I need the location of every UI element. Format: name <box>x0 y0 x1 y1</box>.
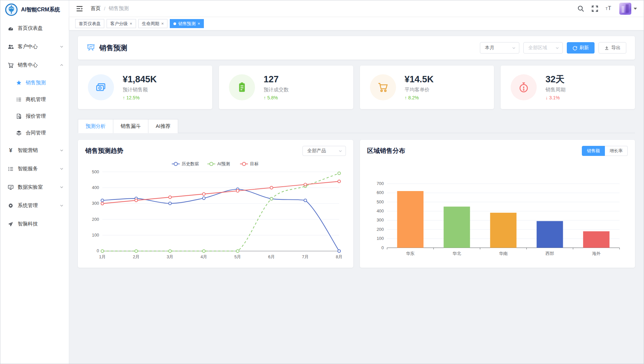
user-menu[interactable] <box>619 3 637 15</box>
quote-document-icon <box>16 113 22 119</box>
sidebar-item-smart-brain[interactable]: 智脑科技 <box>0 215 69 233</box>
svg-text:华北: 华北 <box>453 251 461 256</box>
svg-text:T: T <box>606 7 608 11</box>
stat-value: 32天 <box>545 74 565 85</box>
content-tabs: 预测分析 销售漏斗 AI推荐 <box>78 119 635 133</box>
tab-forecast-analysis[interactable]: 预测分析 <box>78 119 113 133</box>
svg-text:5月: 5月 <box>234 254 241 259</box>
tab-sales-funnel[interactable]: 销售漏斗 <box>113 119 148 133</box>
topbar: 首页 / 销售预测 TT <box>69 0 644 17</box>
refresh-icon <box>572 46 577 51</box>
layers-icon <box>16 130 22 136</box>
stat-delta: ↑ 12.5% <box>123 95 157 100</box>
stat-value: ¥1,845K <box>123 74 157 85</box>
svg-text:400: 400 <box>376 208 383 213</box>
list-icon <box>16 96 22 102</box>
app-title: AI智能CRM系统 <box>21 6 60 13</box>
region-metric-toggle: 销售额 增长率 <box>582 146 628 156</box>
stat-delta: ↓ 3.1% <box>545 95 565 100</box>
collapse-sidebar-icon[interactable] <box>76 5 83 12</box>
chevron-down-icon <box>512 46 516 50</box>
sidebar: AI智能CRM系统 首页仪表盘 客户中心 销售中心 销售预测 <box>0 0 69 364</box>
chevron-down-icon <box>60 149 63 152</box>
sidebar-item-contract-mgmt[interactable]: 合同管理 <box>0 124 69 141</box>
stat-label: 销售周期 <box>545 87 565 93</box>
toggle-sales-amount[interactable]: 销售额 <box>582 146 605 156</box>
avatar[interactable] <box>619 3 631 15</box>
sidebar-item-smart-service[interactable]: 智能服务 <box>0 160 69 178</box>
close-icon[interactable]: × <box>130 21 132 26</box>
svg-text:海外: 海外 <box>592 251 601 256</box>
svg-text:600: 600 <box>376 190 383 195</box>
export-button[interactable]: 导出 <box>599 42 626 54</box>
svg-text:8月: 8月 <box>336 254 343 259</box>
svg-text:4月: 4月 <box>201 254 207 259</box>
svg-text:2月: 2月 <box>133 254 140 259</box>
dashboard-icon <box>8 25 14 31</box>
sidebar-item-data-lab[interactable]: 数据实验室 <box>0 178 69 196</box>
svg-text:200: 200 <box>92 217 99 222</box>
sidebar-item-customer-center[interactable]: 客户中心 <box>0 37 69 56</box>
stat-label: 预计成交数 <box>264 87 289 93</box>
svg-text:1月: 1月 <box>99 254 106 259</box>
svg-text:300: 300 <box>376 217 383 222</box>
chevron-down-icon <box>60 45 63 49</box>
trend-chart-title: 销售预测趋势 <box>85 147 123 155</box>
presentation-chart-icon <box>87 43 95 52</box>
sidebar-item-opportunity-mgmt[interactable]: 商机管理 <box>0 91 69 108</box>
stat-label: 预计销售额 <box>123 87 157 93</box>
breadcrumb: 首页 / 销售预测 <box>91 5 129 12</box>
cart-icon <box>8 62 14 68</box>
close-icon[interactable]: × <box>161 21 164 26</box>
chevron-down-icon <box>339 149 342 153</box>
stat-value: 127 <box>264 74 289 85</box>
app-logo-row: AI智能CRM系统 <box>0 0 69 19</box>
stats-row: ¥1,845K 预计销售额 ↑ 12.5% 127 预计成交数 ↑ 5.8% <box>78 66 635 109</box>
sidebar-item-quote-mgmt[interactable]: 报价管理 <box>0 108 69 124</box>
gear-icon <box>8 203 14 209</box>
page-content: 销售预测 本月 全部区域 <box>69 30 644 364</box>
stat-card-avg-order: ¥14.5K 平均客单价 ↑ 8.2% <box>360 66 494 109</box>
tag-lifecycle[interactable]: 生命周期 × <box>138 19 168 28</box>
star-icon <box>16 80 22 86</box>
sales-forecast-line-chart: 01002003004005001月2月3月4月5月6月7月8月历史数据AI预测… <box>85 157 346 268</box>
font-size-icon[interactable]: TT <box>605 5 613 12</box>
svg-text:AI预测: AI预测 <box>217 161 230 166</box>
caret-down-icon <box>634 8 637 10</box>
toggle-growth-rate[interactable]: 增长率 <box>605 146 628 156</box>
breadcrumb-home[interactable]: 首页 <box>91 5 101 12</box>
fullscreen-icon[interactable] <box>591 5 599 12</box>
sidebar-item-system-mgmt[interactable]: 系统管理 <box>0 196 69 215</box>
svg-text:华东: 华东 <box>406 251 414 256</box>
refresh-button[interactable]: 刷新 <box>567 42 595 54</box>
tag-customer-grading[interactable]: 客户分级 × <box>107 19 136 28</box>
chevron-down-icon <box>60 204 63 207</box>
sidebar-item-sales-forecast[interactable]: 销售预测 <box>0 74 69 91</box>
sidebar-item-sales-center[interactable]: 销售中心 <box>0 56 69 74</box>
tab-ai-recommend[interactable]: AI推荐 <box>148 119 178 133</box>
stat-value: ¥14.5K <box>405 74 434 85</box>
svg-text:6月: 6月 <box>268 254 275 259</box>
sidebar-item-dashboard[interactable]: 首页仪表盘 <box>0 19 69 37</box>
money-icon <box>88 74 114 100</box>
trend-chart-card: 销售预测趋势 全部产品 01002003004005001月2月3月4月5月6月… <box>78 140 353 268</box>
tag-sales-forecast[interactable]: 销售预测 × <box>170 19 204 28</box>
tag-dashboard[interactable]: 首页仪表盘 <box>75 19 104 28</box>
svg-text:3月: 3月 <box>167 254 173 259</box>
search-icon[interactable] <box>577 5 585 12</box>
stopwatch-icon <box>511 74 537 100</box>
close-icon[interactable]: × <box>198 21 200 26</box>
svg-text:历史数据: 历史数据 <box>182 161 199 166</box>
sidebar-item-smart-marketing[interactable]: ¥ 智能营销 <box>0 141 69 160</box>
product-select[interactable]: 全部产品 <box>302 146 346 156</box>
monitor-icon <box>8 184 14 190</box>
active-tag-dot <box>173 22 176 25</box>
breadcrumb-current: 销售预测 <box>109 5 129 12</box>
stat-card-sales-cycle: 32天 销售周期 ↓ 3.1% <box>501 66 635 109</box>
svg-text:目标: 目标 <box>250 161 259 166</box>
page-header-card: 销售预测 本月 全部区域 <box>78 36 635 60</box>
region-select[interactable]: 全部区域 <box>523 42 563 54</box>
period-select[interactable]: 本月 <box>480 42 519 54</box>
tags-view-bar: 首页仪表盘 客户分级 × 生命周期 × 销售预测 × <box>69 17 644 30</box>
chevron-down-icon <box>60 167 63 171</box>
